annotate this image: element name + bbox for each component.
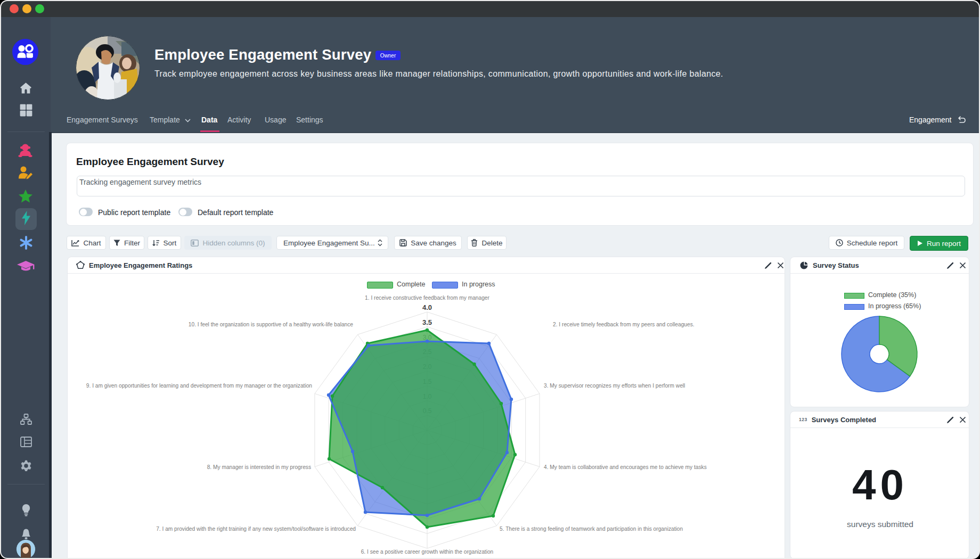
svg-text:4.0: 4.0 — [422, 303, 432, 311]
svg-text:3.5: 3.5 — [422, 318, 432, 326]
svg-text:7. I am provided with the righ: 7. I am provided with the right training… — [156, 526, 356, 532]
svg-text:10. I feel the organization is: 10. I feel the organization is supportiv… — [189, 322, 354, 327]
svg-text:1. I receive constructive feed: 1. I receive constructive feedback from … — [365, 295, 489, 301]
svg-text:6. I see a positive career gro: 6. I see a positive career growth within… — [361, 549, 494, 555]
svg-text:5. There is a strong feeling o: 5. There is a strong feeling of teamwork… — [500, 526, 683, 532]
svg-text:8. My manager is interested in: 8. My manager is interested in my progre… — [207, 464, 311, 470]
svg-text:9. I am given opportunities fo: 9. I am given opportunities for learning… — [86, 383, 312, 389]
svg-text:2. I receive timely feedback f: 2. I receive timely feedback from my pee… — [553, 322, 695, 327]
svg-text:3. My supervisor recognizes my: 3. My supervisor recognizes my efforts w… — [544, 383, 685, 389]
svg-text:4. My team is collaborative an: 4. My team is collaborative and encourag… — [544, 464, 707, 470]
